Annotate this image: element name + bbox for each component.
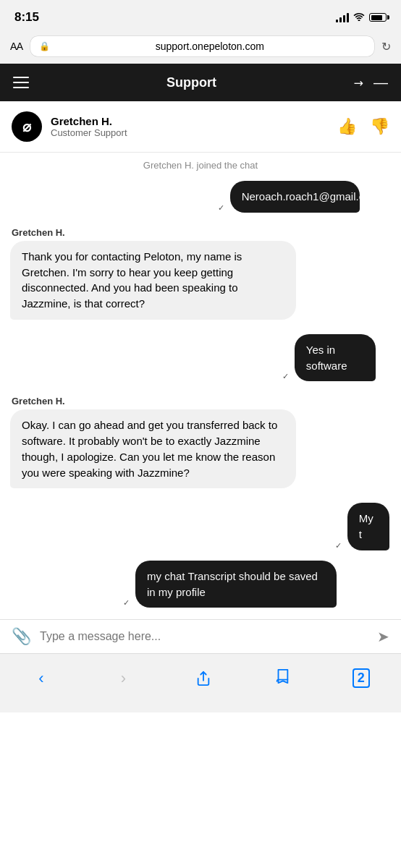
aa-button[interactable]: AA	[10, 41, 23, 52]
outgoing-wrapper: ✓ My t	[335, 503, 391, 550]
message-row: ✓ my chat Transcript should be saved in …	[0, 558, 401, 611]
message-text: Yes in software	[306, 344, 347, 372]
attach-icon[interactable]: 📎	[12, 627, 31, 646]
message-text: Okay. I can go ahead and get you transfe…	[22, 419, 277, 478]
agent-info: Gretchen H. Customer Support	[51, 115, 337, 138]
input-area: 📎 ➤	[0, 619, 401, 653]
nav-actions: ↗ —	[354, 75, 388, 90]
sender-name: Gretchen H.	[10, 227, 65, 238]
checkmark-icon: ✓	[218, 203, 224, 213]
chat-bubble: Okay. I can go ahead and get you transfe…	[10, 409, 296, 488]
chat-bubble: my chat Transcript should be saved in my…	[135, 561, 336, 608]
hamburger-menu[interactable]	[13, 77, 29, 88]
chat-bubble: Yes in software	[295, 334, 376, 382]
sender-name: Gretchen H.	[10, 396, 65, 407]
message-text: my chat Transcript should be saved in my…	[147, 570, 318, 598]
nav-title: Support	[166, 75, 216, 90]
message-row: Gretchen H. Okay. I can go ahead and get…	[0, 393, 401, 491]
url-bar[interactable]: 🔒 support.onepeloton.com	[30, 36, 374, 56]
battery-icon	[369, 13, 387, 22]
message-input[interactable]	[40, 630, 368, 643]
send-icon[interactable]: ➤	[377, 628, 389, 645]
outgoing-wrapper: ✓ my chat Transcript should be saved in …	[123, 561, 391, 608]
outgoing-wrapper: ✓ Neroach.roach1@gmail.com	[218, 181, 391, 213]
chat-area: Gretchen H. joined the chat ✓ Neroach.ro…	[0, 153, 401, 619]
status-icons	[336, 12, 387, 23]
bookmarks-icon[interactable]	[274, 668, 290, 688]
tabs-icon[interactable]: 2	[353, 668, 370, 688]
chat-bubble: My t	[347, 503, 389, 550]
minimize-icon[interactable]: —	[373, 75, 388, 90]
checkmark-icon: ✓	[123, 598, 130, 608]
bottom-browser-bar: ‹ › 2	[0, 653, 401, 712]
message-row: ✓ Neroach.roach1@gmail.com	[0, 178, 401, 216]
nav-bar: Support ↗ —	[0, 64, 401, 101]
share-button[interactable]	[195, 671, 211, 686]
url-text: support.onepeloton.com	[54, 41, 366, 52]
peloton-logo: ⌀	[22, 118, 31, 135]
wifi-icon	[353, 12, 365, 23]
refresh-icon[interactable]: ↻	[381, 40, 391, 54]
agent-name: Gretchen H.	[51, 115, 337, 127]
browser-bar: AA 🔒 support.onepeloton.com ↻	[0, 32, 401, 64]
message-row: ✓ Yes in software	[0, 331, 401, 385]
message-row: Gretchen H. Thank you for contacting Pel…	[0, 224, 401, 323]
outgoing-wrapper: ✓ Yes in software	[282, 334, 391, 382]
signal-icon	[336, 12, 349, 22]
thumbs-up-icon[interactable]: 👍	[337, 117, 357, 136]
message-text: Neroach.roach1@gmail.com	[242, 190, 379, 203]
thumbs-down-icon[interactable]: 👎	[370, 117, 389, 136]
status-time: 8:15	[14, 10, 39, 25]
forward-button[interactable]: ›	[114, 666, 133, 691]
message-text: Thank you for contacting Peloton, my nam…	[22, 250, 242, 310]
checkmark-icon: ✓	[282, 372, 289, 381]
expand-icon[interactable]: ↗	[350, 75, 367, 91]
feedback-icons: 👍 👎	[337, 117, 389, 136]
message-row: ✓ My t	[0, 500, 401, 553]
chat-bubble: Thank you for contacting Peloton, my nam…	[10, 241, 296, 320]
agent-header: ⌀ Gretchen H. Customer Support 👍 👎	[0, 101, 401, 153]
back-button[interactable]: ‹	[31, 666, 51, 691]
join-notice: Gretchen H. joined the chat	[0, 153, 401, 178]
agent-role: Customer Support	[51, 127, 337, 138]
agent-avatar: ⌀	[12, 111, 42, 142]
status-bar: 8:15	[0, 0, 401, 32]
checkmark-icon: ✓	[335, 541, 342, 550]
message-text: My t	[359, 512, 373, 540]
lock-icon: 🔒	[39, 41, 50, 51]
chat-bubble: Neroach.roach1@gmail.com	[230, 181, 360, 213]
